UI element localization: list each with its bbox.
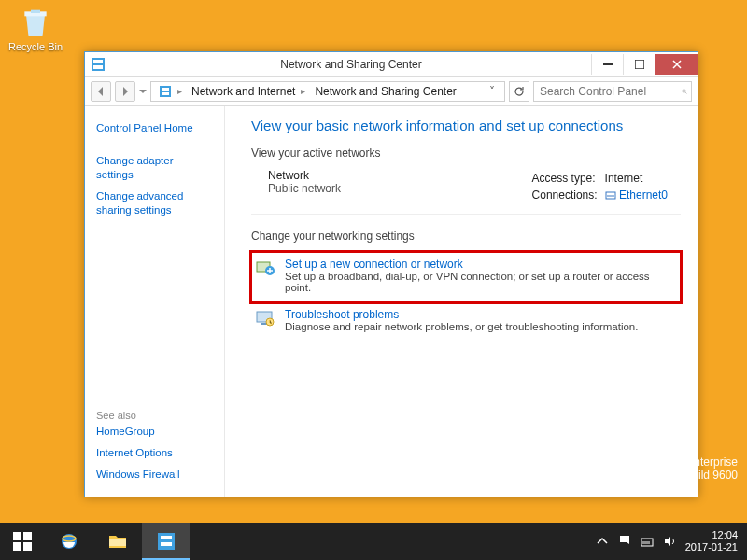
- forward-button[interactable]: [115, 81, 135, 102]
- action-center-icon[interactable]: [618, 535, 631, 548]
- network-name: Network: [268, 169, 341, 182]
- active-networks-label: View your active networks: [251, 147, 681, 160]
- control-panel-window: Network and Sharing Center ▸ Network and…: [84, 51, 698, 497]
- start-button[interactable]: [0, 523, 45, 560]
- network-tray-icon[interactable]: [641, 535, 654, 548]
- svg-rect-7: [162, 92, 169, 95]
- control-panel-home-link[interactable]: Control Panel Home: [96, 118, 213, 139]
- svg-rect-4: [635, 60, 644, 69]
- maximize-button[interactable]: [623, 54, 655, 75]
- minimize-button[interactable]: [591, 54, 623, 75]
- search-box[interactable]: [533, 81, 692, 102]
- back-button[interactable]: [91, 81, 111, 102]
- breadcrumb-root[interactable]: ▸: [155, 85, 188, 98]
- close-button[interactable]: [655, 54, 698, 75]
- titlebar[interactable]: Network and Sharing Center: [85, 52, 698, 77]
- setup-connection-task[interactable]: Set up a new connection or network Set u…: [251, 252, 681, 302]
- svg-rect-17: [13, 542, 21, 551]
- svg-rect-3: [603, 63, 613, 65]
- chevron-right-icon: ▸: [176, 86, 184, 96]
- breadcrumb-bar[interactable]: ▸ Network and Internet ▸ Network and Sha…: [150, 81, 505, 102]
- network-type: Public network: [268, 182, 341, 195]
- svg-rect-16: [23, 532, 32, 540]
- connections-label: Connections:: [532, 188, 603, 203]
- active-network-row: Network Public network Access type: Inte…: [251, 169, 681, 215]
- window-app-icon: [91, 57, 106, 72]
- troubleshoot-desc: Diagnose and repair network problems, or…: [285, 321, 638, 332]
- windows-logo-icon: [13, 532, 32, 551]
- window-title: Network and Sharing Center: [111, 58, 591, 71]
- troubleshoot-task[interactable]: Troubleshoot problems Diagnose and repai…: [251, 302, 681, 342]
- tray-chevron-up-icon[interactable]: [596, 535, 609, 548]
- internet-explorer-icon: [58, 530, 80, 553]
- svg-rect-21: [158, 533, 175, 550]
- taskbar: 12:04 2017-01-21: [0, 523, 747, 560]
- main-pane: View your basic network information and …: [225, 106, 698, 497]
- recycle-bin-icon: [17, 4, 54, 41]
- change-settings-label: Change your networking settings: [251, 230, 681, 243]
- change-adapter-settings-link[interactable]: Change adapter settings: [96, 150, 213, 186]
- breadcrumb-dropdown[interactable]: ˅: [484, 85, 500, 98]
- file-explorer-icon: [106, 530, 129, 553]
- ethernet-icon: [605, 189, 616, 201]
- svg-point-8: [683, 89, 686, 92]
- see-also-label: See also: [96, 410, 213, 421]
- svg-rect-1: [93, 60, 103, 63]
- svg-rect-22: [161, 536, 172, 539]
- recycle-bin-label: Recycle Bin: [7, 41, 63, 52]
- breadcrumb-network-internet[interactable]: Network and Internet ▸: [188, 85, 311, 98]
- svg-rect-15: [13, 532, 21, 540]
- troubleshoot-title: Troubleshoot problems: [285, 308, 638, 321]
- svg-rect-6: [162, 88, 169, 91]
- navbar: ▸ Network and Internet ▸ Network and Sha…: [85, 77, 698, 106]
- setup-connection-title: Set up a new connection or network: [285, 258, 677, 271]
- control-panel-icon: [159, 85, 172, 98]
- setup-connection-icon: [255, 258, 275, 278]
- taskbar-control-panel[interactable]: [142, 523, 190, 560]
- search-icon: [682, 86, 687, 97]
- refresh-button[interactable]: [509, 81, 529, 102]
- taskbar-explorer[interactable]: [93, 523, 142, 560]
- troubleshoot-icon: [255, 308, 275, 329]
- chevron-right-icon: ▸: [299, 86, 307, 96]
- homegroup-link[interactable]: HomeGroup: [96, 421, 213, 442]
- change-advanced-sharing-link[interactable]: Change advanced sharing settings: [96, 186, 213, 221]
- volume-icon[interactable]: [663, 535, 676, 548]
- taskbar-ie[interactable]: [45, 523, 93, 560]
- internet-options-link[interactable]: Internet Options: [96, 442, 213, 464]
- search-input[interactable]: [538, 84, 682, 99]
- taskbar-clock[interactable]: 12:04 2017-01-21: [685, 529, 738, 553]
- setup-connection-desc: Set up a broadband, dial-up, or VPN conn…: [285, 271, 677, 293]
- desktop-watermark: Windows 8.1 Enterprise Build 9600: [619, 455, 738, 482]
- recycle-bin[interactable]: Recycle Bin: [7, 4, 63, 52]
- page-title: View your basic network information and …: [251, 118, 681, 133]
- svg-rect-2: [93, 65, 103, 69]
- svg-rect-23: [161, 542, 172, 546]
- history-dropdown-icon[interactable]: [139, 86, 147, 97]
- windows-firewall-link[interactable]: Windows Firewall: [96, 464, 213, 485]
- access-type-value: Internet: [605, 171, 673, 186]
- svg-rect-18: [23, 542, 32, 551]
- control-panel-taskbar-icon: [155, 530, 177, 553]
- access-type-label: Access type:: [532, 171, 603, 186]
- sidebar: Control Panel Home Change adapter settin…: [85, 106, 225, 497]
- connection-link[interactable]: Ethernet0: [619, 189, 668, 202]
- system-tray: 12:04 2017-01-21: [596, 523, 747, 560]
- svg-rect-5: [160, 86, 171, 97]
- breadcrumb-sharing-center[interactable]: Network and Sharing Center: [311, 85, 459, 98]
